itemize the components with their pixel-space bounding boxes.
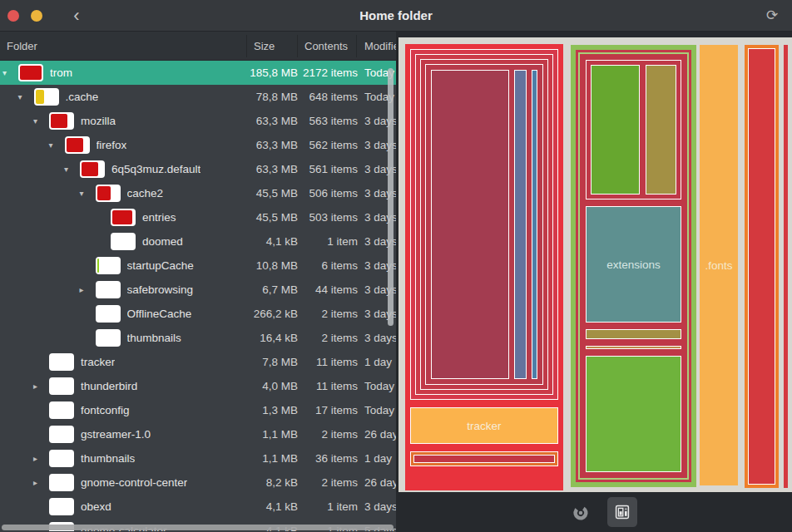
folder-usage-icon <box>49 498 74 515</box>
treemap-orange-red-column[interactable] <box>745 45 779 488</box>
treemap-share-inner-frame[interactable]: extensions <box>578 52 689 480</box>
treemap-firefox-frame[interactable] <box>415 54 553 395</box>
expander-closed-icon[interactable]: ▸ <box>33 478 49 487</box>
tree-row[interactable]: ▸safebrowsing6,7 MB44 items3 days <box>0 278 396 302</box>
rings-chart-button[interactable] <box>566 497 596 527</box>
treemap-local-group[interactable]: extensions <box>571 45 696 487</box>
folder-usage-icon <box>96 329 121 347</box>
expander-open-icon[interactable]: ▾ <box>2 68 18 77</box>
tree-row[interactable]: ▸thumbnails1,1 MB36 items1 day <box>0 446 396 470</box>
tree-row[interactable]: ▾firefox63,3 MB562 items3 days <box>0 133 396 157</box>
treemap-big-green-rect[interactable] <box>586 356 681 472</box>
tree-row[interactable]: ▾trom185,8 MB2172 itemsToday <box>0 61 396 85</box>
treemap-profile-frame[interactable] <box>420 59 548 390</box>
modified-value: 26 days <box>364 470 396 495</box>
refresh-button[interactable]: ⟳ <box>760 4 784 27</box>
treemap-cache-group[interactable]: tracker <box>405 44 563 490</box>
size-value: 63,3 MB <box>256 157 298 181</box>
expander-open-icon[interactable]: ▾ <box>80 189 96 198</box>
back-chevron-icon: ‹ <box>73 5 79 26</box>
contents-value: 2 items <box>321 470 358 495</box>
contents-value: 6 items <box>321 254 358 278</box>
treemap-thin-strip-rect[interactable] <box>410 451 558 466</box>
modified-value: Today <box>364 398 396 422</box>
treemap-chart-button[interactable] <box>607 497 637 527</box>
back-button[interactable]: ‹ <box>67 3 87 28</box>
tree-row[interactable]: ▾.cache78,8 MB648 itemsToday <box>0 85 396 109</box>
folder-name: 6q5q3muz.default <box>111 163 200 175</box>
folder-usage-icon <box>96 305 121 323</box>
treemap-cache2-frame[interactable] <box>425 64 543 385</box>
tree-row[interactable]: ▾mozilla63,3 MB563 items3 days <box>0 109 396 133</box>
tree-row[interactable]: ▾6q5q3muz.default63,3 MB561 items3 days <box>0 157 396 181</box>
tree-row[interactable]: entries45,5 MB503 items3 days <box>0 205 396 229</box>
expander-closed-icon[interactable]: ▸ <box>33 454 49 463</box>
modified-value: Today <box>364 374 396 398</box>
column-header-size[interactable]: Size <box>254 32 275 61</box>
column-header-contents[interactable]: Contents <box>304 32 348 61</box>
tree-row[interactable]: thumbnails16,4 kB2 items3 days <box>0 326 396 350</box>
contents-value: 17 items <box>315 398 358 422</box>
treemap-tan-strip[interactable] <box>586 346 681 349</box>
folder-name: cache2 <box>127 187 164 200</box>
treemap-entries-rect[interactable] <box>431 70 509 379</box>
minimize-button[interactable] <box>31 10 42 22</box>
treemap-orange-red-column-fill <box>748 48 775 485</box>
expander-open-icon[interactable]: ▾ <box>18 92 34 101</box>
expander-closed-icon[interactable]: ▸ <box>80 285 96 294</box>
horizontal-scrollbar-thumb[interactable] <box>2 525 394 530</box>
treemap-red-sliver[interactable] <box>784 45 788 488</box>
treemap-share-frame[interactable]: extensions <box>576 50 691 482</box>
usage-fill <box>20 66 42 80</box>
expander-open-icon[interactable]: ▾ <box>49 140 65 150</box>
tree-row[interactable]: obexd4,1 kB1 item3 days <box>0 495 396 519</box>
tree-row[interactable]: ▾cache245,5 MB506 items3 days <box>0 181 396 205</box>
size-value: 1,3 MB <box>262 398 298 422</box>
treemap-subdir-box[interactable] <box>586 60 681 200</box>
tree-row[interactable]: startupCache10,8 MB6 items3 days <box>0 254 396 278</box>
tree-row[interactable]: fontconfig1,3 MB17 itemsToday <box>0 398 396 422</box>
folder-usage-icon <box>18 64 43 81</box>
folder-usage-icon <box>49 353 74 371</box>
usage-fill <box>36 90 44 104</box>
tree-row[interactable]: doomed4,1 kB1 item3 days <box>0 229 396 254</box>
folder-usage-icon <box>96 257 121 274</box>
contents-value: 563 items <box>309 109 358 133</box>
treemap-green-rect[interactable] <box>591 65 640 195</box>
fonts-label: .fonts <box>705 259 732 272</box>
tree-row[interactable]: OfflineCache266,2 kB2 items3 days <box>0 302 396 326</box>
folder-name: safebrowsing <box>127 283 194 296</box>
modified-value: 1 day <box>364 446 396 470</box>
size-value: 45,5 MB <box>256 181 298 205</box>
vertical-scrollbar-thumb[interactable] <box>388 68 394 326</box>
contents-value: 506 items <box>309 181 358 205</box>
tree-row[interactable]: ▸thunderbird4,0 MB11 itemsToday <box>0 374 396 398</box>
treemap-olive-strip[interactable] <box>586 329 681 339</box>
size-value: 4,1 kB <box>266 229 298 254</box>
folder-usage-icon <box>80 160 105 178</box>
size-value: 4,0 MB <box>262 374 298 398</box>
close-button[interactable] <box>7 10 19 22</box>
column-header-folder[interactable]: Folder <box>7 32 37 61</box>
treemap-safebrowsing-bar[interactable] <box>532 70 537 379</box>
treemap-mozilla-frame[interactable] <box>410 49 558 400</box>
treemap-startupcache-bar[interactable] <box>514 70 527 379</box>
size-value: 4,1 kB <box>266 495 298 519</box>
tree-row[interactable]: ▸gnome-control-center8,2 kB2 items26 day… <box>0 470 396 495</box>
column-header-modified[interactable]: Modified <box>364 32 396 61</box>
treemap-extensions-rect[interactable]: extensions <box>586 206 681 323</box>
expander-closed-icon[interactable]: ▸ <box>33 382 49 391</box>
expander-open-icon[interactable]: ▾ <box>64 165 80 174</box>
tree-row[interactable]: gstreamer-1.01,1 MB2 items26 days <box>0 422 396 446</box>
contents-value: 2 items <box>321 422 358 446</box>
treemap-tracker-rect[interactable]: tracker <box>410 407 558 444</box>
treemap-olive-rect[interactable] <box>646 65 676 195</box>
folder-usage-icon <box>111 233 136 250</box>
panel-divider <box>396 37 398 492</box>
contents-value: 562 items <box>309 133 358 157</box>
treemap-fonts-column[interactable]: .fonts <box>700 45 738 485</box>
expander-open-icon[interactable]: ▾ <box>33 116 49 126</box>
contents-value: 11 items <box>316 350 358 374</box>
folder-usage-icon <box>96 185 121 202</box>
tree-row[interactable]: tracker7,8 MB11 items1 day <box>0 350 396 374</box>
